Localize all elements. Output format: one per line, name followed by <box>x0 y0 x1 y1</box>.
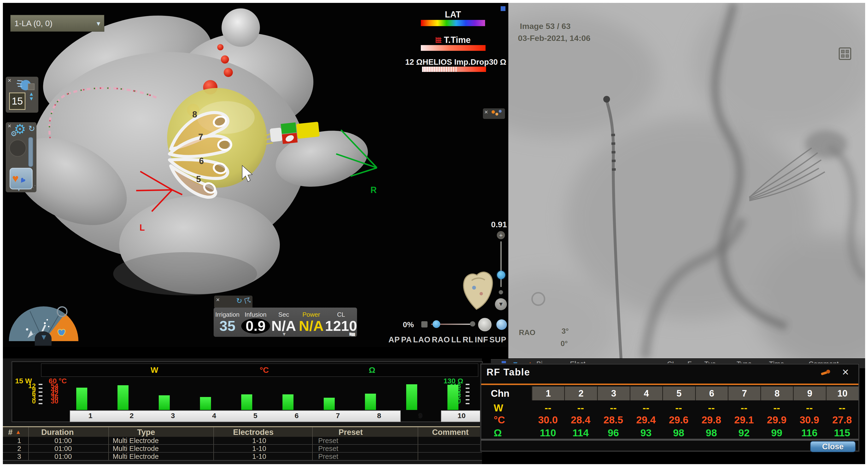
collapse-circle-button[interactable]: ▾ <box>495 298 507 310</box>
pie-menu-close[interactable]: ▼ <box>35 331 52 346</box>
electrode-count-field[interactable]: 15 <box>9 93 25 110</box>
workspace: 8 7 6 5 L <box>3 3 865 464</box>
ablation-row[interactable]: 201:00Multi Electrode1-10Preset <box>3 445 482 453</box>
param-power: PowerN/A <box>298 308 325 337</box>
rf-watts-row: W-------------------- <box>481 402 859 414</box>
rf-value-ch6: 29.8 <box>695 414 728 426</box>
cell-num: 1 <box>17 437 21 445</box>
cell-electrodes: 1-10 <box>252 437 266 445</box>
rf-channel-header-3[interactable]: 3 <box>597 386 630 400</box>
map-selector-dropdown[interactable]: 1-LA (0, 0) ▾ <box>10 15 104 32</box>
impedance-bar-area <box>61 375 473 410</box>
header-watts-label: W <box>151 365 158 375</box>
channel-button-2[interactable]: 2 <box>111 410 152 422</box>
view-button-rao[interactable]: RAO <box>432 335 450 344</box>
channel-button-5[interactable]: 5 <box>235 410 276 422</box>
rf-channel-header-10[interactable]: 10 <box>826 386 859 400</box>
ablation-row[interactable]: 101:00Multi Electrode1-10Preset <box>3 437 482 445</box>
zoom-slider-handle[interactable] <box>497 271 505 279</box>
view-button-sup[interactable]: SUP <box>489 335 506 344</box>
zoom-in-button[interactable]: + <box>497 231 505 239</box>
fluoro-image-counter: Image 53 / 63 <box>520 22 571 31</box>
col-duration: Duration <box>41 428 74 437</box>
globe-view-button[interactable] <box>478 318 492 331</box>
electrode-selector-widget[interactable]: × 15 ▲ ▼ <box>6 77 38 113</box>
divider <box>28 445 29 452</box>
view-button-ap[interactable]: AP <box>389 335 400 344</box>
refresh-icon[interactable]: ↻ <box>28 124 35 133</box>
map-settings-widget[interactable]: × ⚙ ⚙ ↻ ♥ ♥ ▾ ⋰ <box>6 122 36 192</box>
channel-button-6[interactable]: 6 <box>276 410 317 422</box>
pin-icon[interactable] <box>820 369 831 377</box>
channel-button-7[interactable]: 7 <box>317 410 359 422</box>
params-mini-toolbar[interactable]: × ↻ ☈ <box>214 295 252 308</box>
opacity-slider-handle[interactable] <box>433 320 440 328</box>
rf-channel-header-1[interactable]: 1 <box>532 386 564 400</box>
close-button[interactable]: Close <box>810 441 856 452</box>
rf-row-label: W <box>481 402 532 414</box>
rf-channel-header-2[interactable]: 2 <box>564 386 597 400</box>
rf-value-ch4: 29.4 <box>630 414 662 426</box>
panel-corner-icon[interactable] <box>501 6 505 11</box>
channel-button-4[interactable]: 4 <box>193 410 235 422</box>
col-comment: Comment <box>432 428 468 437</box>
widget-collapse-icon[interactable]: ▾ <box>17 186 20 193</box>
close-window-icon[interactable]: × <box>842 365 849 378</box>
channel-button-3[interactable]: 3 <box>152 410 193 422</box>
svg-text:5: 5 <box>196 174 201 184</box>
view-button-rl[interactable]: RL <box>463 335 473 344</box>
opacity-min-button[interactable] <box>421 321 428 328</box>
map-mode-pie-menu[interactable]: ▼ <box>9 305 79 346</box>
rotation-knob[interactable] <box>9 139 26 157</box>
ablation-row[interactable]: 301:00Multi Electrode1-10Preset <box>3 453 482 461</box>
tick-mark <box>39 387 42 389</box>
grab-hand-icon[interactable]: ☈ <box>243 296 252 306</box>
gear-small-icon[interactable]: ⚙ <box>10 129 17 138</box>
rf-channel-header-4[interactable]: 4 <box>630 386 662 400</box>
close-icon[interactable]: × <box>484 109 488 115</box>
rf-channel-header-9[interactable]: 9 <box>793 386 826 400</box>
view-button-inf[interactable]: INF <box>475 335 488 344</box>
layout-grid-button[interactable] <box>839 48 851 60</box>
view-button-pa[interactable]: PA <box>401 335 412 344</box>
zoom-slider-track[interactable] <box>500 241 502 287</box>
rf-table-window[interactable]: RF Table × Chn12345678910 W-------------… <box>481 364 859 451</box>
view-button-lao[interactable]: LAO <box>413 335 431 344</box>
mini-view-widget[interactable]: × <box>483 108 505 119</box>
cell-electrodes: 1-10 <box>252 445 266 453</box>
collapse-chevron-icon[interactable]: ▾ <box>283 331 286 337</box>
divider <box>312 445 313 452</box>
view-button-ll[interactable]: LL <box>451 335 461 344</box>
col-type: Type <box>137 428 155 437</box>
rf-value-ch1: 110 <box>532 427 564 439</box>
close-icon[interactable]: × <box>8 77 11 84</box>
channel-button-10[interactable]: 10 <box>441 410 482 422</box>
rf-channel-header-5[interactable]: 5 <box>662 386 695 400</box>
rf-channel-header-6[interactable]: 6 <box>695 386 728 400</box>
impedance-bar-ch3 <box>159 395 170 410</box>
header-ohm-label: Ω <box>369 365 375 375</box>
count-stepper[interactable]: ▲ ▼ <box>28 92 35 101</box>
small-grid-icon[interactable] <box>28 84 34 90</box>
map-3d-panel[interactable]: 8 7 6 5 L <box>3 3 507 347</box>
channel-button-8[interactable]: 8 <box>359 410 400 422</box>
fluoro-image <box>508 3 865 359</box>
ablation-table-header[interactable]: # ▲ Duration Type Electrodes Preset Comm… <box>3 426 482 437</box>
sphere-view-button[interactable] <box>496 319 507 330</box>
opacity-slider-vertical[interactable] <box>28 137 33 167</box>
divider <box>108 453 109 460</box>
rf-channel-header-8[interactable]: 8 <box>760 386 793 400</box>
rf-ohm-row: Ω110114969398989299116115 <box>481 427 859 439</box>
tick-mark <box>39 395 42 397</box>
points-display-button[interactable]: ♥ ♥ <box>9 168 33 189</box>
close-icon[interactable]: × <box>8 123 11 129</box>
channel-button-9[interactable]: 9 <box>400 410 441 422</box>
svg-text:7: 7 <box>198 132 203 142</box>
close-icon[interactable]: × <box>216 297 220 303</box>
rf-channel-header-7[interactable]: 7 <box>728 386 760 400</box>
channel-button-1[interactable]: 1 <box>70 410 111 422</box>
refresh-icon[interactable]: ↻ <box>236 297 242 305</box>
channel-number: 7 <box>336 412 340 419</box>
rf-value-ch8: 99 <box>760 427 793 439</box>
resize-grip-icon[interactable]: ⋰ <box>30 184 36 191</box>
